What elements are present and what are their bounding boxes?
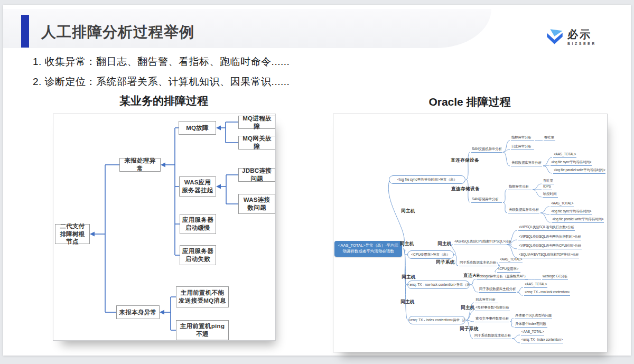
slide: 人工排障分析过程举例 必示 BIZSEER 1. 收集异常：翻日志、翻告警、看指… (3, 5, 631, 356)
mindmap-connector (512, 335, 520, 339)
flow-arrowhead (161, 163, 165, 167)
mindmap-connector (543, 166, 552, 173)
mindmap-root: <AAS_TOTAL>异常（高）-平均活动进程数或者平均活动会话数 (334, 241, 402, 257)
mindmap-connector (540, 207, 549, 213)
mindmap-topic-gl1: 关联数据库异常分析 (511, 160, 542, 166)
mindmap-branch-label: 同主机 (461, 305, 475, 311)
flow-node-wascon: WAS连接数问题 (238, 194, 275, 214)
mindmap-node-C: <enq: TX - row lock contention>异常（高） (407, 281, 470, 289)
mindmap-branch-label: 同子系统 (436, 259, 455, 266)
slide-title: 人工排障分析过程举例 (41, 22, 194, 42)
mindmap-connector (470, 285, 478, 292)
flow-node-root: 二代支付排障树根节点 (55, 224, 90, 244)
mindmap-branch-label: 直连存储设备 (451, 157, 479, 164)
flow-node-mq: MQ故障 (179, 121, 216, 135)
flow-arrowhead (216, 184, 221, 189)
mindmap-topic-enqC: <enq: TX - row lock contention> (524, 289, 570, 296)
mindmap-topic-aasD: <AAS_TOTAL> (521, 329, 544, 335)
mindmap-topic-aas1: <AAS_TOTAL> (553, 151, 576, 158)
mindmap-branch-label: 同主机 (401, 208, 415, 214)
flow-node-process: 来报处理异常 (119, 158, 161, 172)
mindmap-topic-enqD: <enq: TX - index contention> (521, 337, 563, 343)
mindmap-topic-vip4: <SQL语句EVTSQL值指标TOP等待>分析 (518, 251, 579, 258)
left-diagram-panel: 二代支付排障树根节点来报处理异常来报本身异常MQ故障WAS应用服务器挂起应用服务… (53, 114, 276, 341)
right-diagram-panel: <AAS_TOTAL>异常（高）-平均活动进程数或者平均活动会话数<log fi… (333, 114, 608, 352)
mindmap-branch-label: 同主机 (400, 299, 415, 305)
flow-arrowhead (90, 232, 95, 237)
intro-line-2: 2. 诊断定位：系统部署关系、计算机知识、因果常识...... (33, 75, 290, 89)
mindmap-topic-syD: 索引竞争事件数量分析 (475, 315, 509, 322)
mindmap-connector (517, 287, 523, 292)
mindmap-connector (510, 322, 514, 327)
flow-arrowhead (160, 310, 164, 315)
right-diagram-title: Oracle 排障过程 (333, 95, 607, 109)
mindmap-topic-wl: weblogic异常分析（直接相关AP） (477, 273, 528, 280)
mindmap-topic-gl2: 关联数据库异常分析 (508, 207, 539, 213)
mindmap-topic-san1: SAN交换机异常分析 (471, 146, 502, 153)
mindmap-connector (503, 141, 510, 152)
mindmap-connector (517, 292, 523, 295)
mindmap-topic-wlgc: weblogic GC分析 (542, 273, 568, 280)
mindmap-topic-lfpw1: <log file parallel write平均等待时间> (553, 167, 605, 174)
mindmap-topic-aasC: <AAS_TOTAL> (524, 281, 547, 288)
flow-node-mqproc: MQ进程故障 (238, 116, 276, 129)
mindmap-branch-label: 同主机 (402, 274, 416, 281)
mindmap-topic-lfs2: <log file sync平均等待时间> (551, 208, 592, 215)
mindmap-connector (512, 339, 520, 343)
mindmap-topic-san2: SAN存储异常分析 (471, 196, 502, 203)
mindmap-node-A: <log file sync平均等待时间>异常（高） (389, 175, 465, 184)
mindmap-topic-zxtD: 同子系统数据库主机分析 (474, 332, 511, 339)
mindmap-connector (454, 255, 458, 266)
mindmap-node-B: <CPU使用率>异常（高） (407, 250, 454, 259)
mindmap-connector (470, 279, 476, 285)
mindmap-topic-zb1: 指标异常分析 (511, 134, 534, 141)
mindmap-node-D: <enq: TX - index contention>异常（高） (408, 316, 465, 324)
flow-node-jdbc: JDBC连接问题 (238, 168, 275, 182)
mindmap-topic-lfpw2: <log file parallel write平均等待时间> (552, 216, 604, 223)
mindmap-topic-rzD: 日志异常分析 (475, 296, 498, 303)
mindmap-topic-xysj: 响应时间 (543, 191, 558, 198)
mindmap-connector (503, 190, 507, 202)
mindmap-topic-vip2: <VIPSQL类别SQL语句平均执行耗时>分析 (518, 234, 581, 240)
flow-node-mqgw: MQ网关故障 (238, 136, 276, 150)
mindmap-topic-cpuB: <CPU使用率> (497, 266, 520, 273)
mindmap-connector (510, 319, 514, 322)
mindmap-branch-label: 同子系统 (460, 326, 479, 332)
mindmap-topic-sq1: 具体哪个SQL类型有问题 (515, 312, 552, 319)
mindmap-branch-label: 直连存储设备 (451, 186, 480, 192)
flow-arrowhead (216, 126, 221, 130)
logo-name: 必示 (567, 29, 596, 40)
mindmap-topic-zxtB: 同子系统数据库主机分析 (459, 259, 497, 266)
mindmap-topic-vip3: <VIPSQL类别SQL语句平均CPU时间>分析 (518, 242, 582, 249)
mindmap-topic-rz1: 日志异常分析 (511, 143, 534, 150)
mindmap-branch-label: 同主机 (437, 241, 452, 247)
left-diagram-title: 某业务的排障过程 (53, 94, 275, 108)
mindmap-topic-ash: <ASHSQL类别CPU指标TOPSQL>分析 (454, 238, 512, 245)
flow-node-self: 来报本身异常 (116, 305, 160, 319)
bizseer-logo-icon (546, 29, 563, 45)
bizseer-logo: 必示 BIZSEER (546, 29, 596, 45)
title-accent-bar (21, 15, 29, 48)
flow-node-ping: 主用前置机ping不通 (176, 320, 229, 340)
mindmap-connector (533, 190, 542, 197)
mindmap-topic-aasB: <AAS_TOTAL> (499, 256, 523, 263)
logo-subtitle: BIZSEER (567, 42, 596, 45)
right-diagram-connectors (333, 114, 607, 352)
mindmap-connector (503, 152, 510, 166)
mindmap-topic-lfs1: <log file sync平均等待时间> (551, 159, 592, 166)
intro-line-1: 1. 收集异常：翻日志、翻告警、看指标、跑临时命令...... (33, 55, 290, 69)
mindmap-connector (466, 152, 470, 180)
mindmap-topic-msD: <每秒事务数>指标分析 (475, 304, 510, 311)
mindmap-connector (503, 202, 507, 213)
mindmap-topic-sq2: 具体哪个index有问题 (515, 321, 547, 328)
mindmap-topic-iops: IOPS (543, 183, 552, 190)
flow-node-was: WAS应用服务器挂起 (179, 176, 216, 197)
mindmap-topic-vip1: <VIPSQL类别SQL语句执行次数>分析 (518, 224, 575, 231)
mindmap-topic-aas2: <AAS_TOTAL> (551, 200, 574, 207)
flow-node-send: 主用前置机不能发送接受MQ消息 (176, 286, 229, 307)
mindmap-connector (533, 184, 542, 190)
mindmap-branch-label: 同主机 (400, 241, 414, 247)
flow-node-fail: 应用服务器启动失败 (180, 245, 216, 265)
mindmap-topic-tt1: 吞吐量 (544, 134, 555, 141)
mindmap-topic-zb2: 指标异常分析 (508, 183, 532, 190)
